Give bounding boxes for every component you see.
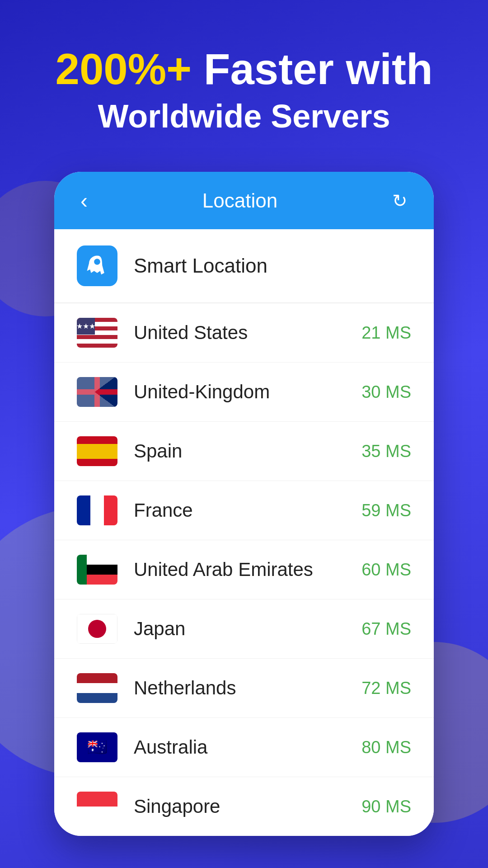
flag-netherlands — [77, 673, 117, 703]
country-row[interactable]: United Arab Emirates 60 MS — [54, 540, 434, 599]
latency-badge: 21 MS — [361, 323, 411, 343]
country-name: United States — [134, 322, 361, 344]
country-row[interactable]: United-Kingdom 30 MS — [54, 363, 434, 422]
country-row[interactable]: Singapore 90 MS — [54, 777, 434, 836]
country-name: Spain — [134, 440, 361, 462]
rocket-icon — [85, 254, 109, 278]
flag-uk — [77, 377, 117, 407]
country-name: United-Kingdom — [134, 381, 361, 403]
country-name: Singapore — [134, 796, 361, 817]
latency-badge: 59 MS — [361, 501, 411, 520]
country-row[interactable]: Netherlands 72 MS — [54, 659, 434, 718]
flag-singapore — [77, 792, 117, 821]
latency-badge: 60 MS — [361, 560, 411, 580]
flag-us: ★★★ — [77, 318, 117, 348]
latency-badge: 67 MS — [361, 619, 411, 639]
country-name: Australia — [134, 736, 361, 758]
flag-spain — [77, 436, 117, 466]
country-name: France — [134, 500, 361, 521]
country-row[interactable]: France 59 MS — [54, 481, 434, 540]
country-list: ★★★ United States 21 MS United-Kingdom 3… — [54, 303, 434, 836]
hero-stat: 200%+ — [55, 45, 192, 93]
smart-location-icon — [77, 245, 117, 286]
latency-badge: 72 MS — [361, 679, 411, 698]
country-name: Japan — [134, 618, 361, 640]
location-header: ‹ Location ↻ — [54, 172, 434, 229]
country-row[interactable]: Japan 67 MS — [54, 599, 434, 659]
hero-section: 200%+ Faster with Worldwide Servers — [0, 45, 488, 135]
country-name: United Arab Emirates — [134, 559, 361, 580]
latency-badge: 90 MS — [361, 797, 411, 816]
hero-subline: Worldwide Servers — [27, 98, 461, 135]
back-button[interactable]: ‹ — [77, 184, 91, 217]
header-title: Location — [202, 189, 277, 212]
refresh-button[interactable]: ↻ — [389, 187, 411, 215]
country-name: Netherlands — [134, 677, 361, 699]
latency-badge: 35 MS — [361, 442, 411, 461]
country-row[interactable]: 🇦🇺 Australia 80 MS — [54, 718, 434, 777]
latency-badge: 30 MS — [361, 382, 411, 402]
phone-mockup: ‹ Location ↻ Smart Location ★★★ United S… — [54, 172, 434, 836]
smart-location-label: Smart Location — [134, 255, 267, 277]
flag-australia: 🇦🇺 — [77, 732, 117, 762]
flag-japan — [77, 614, 117, 644]
flag-france — [77, 495, 117, 525]
latency-badge: 80 MS — [361, 738, 411, 757]
smart-location-row[interactable]: Smart Location — [54, 229, 434, 303]
flag-uae — [77, 555, 117, 585]
hero-headline: 200%+ Faster with — [27, 45, 461, 93]
country-row[interactable]: ★★★ United States 21 MS — [54, 303, 434, 363]
country-row[interactable]: Spain 35 MS — [54, 422, 434, 481]
